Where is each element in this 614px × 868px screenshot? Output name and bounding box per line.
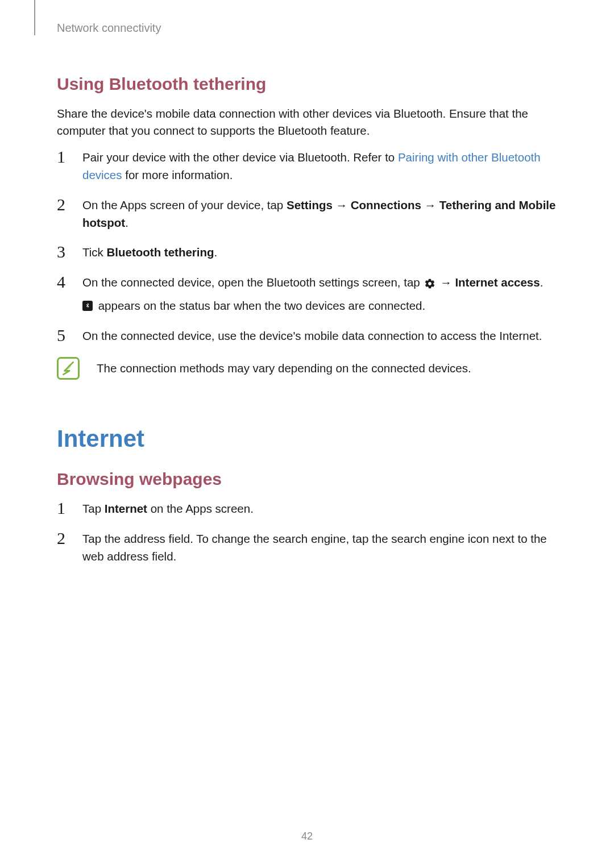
- step-1: 1 Pair your device with the other device…: [57, 149, 557, 184]
- step-number: 2: [57, 529, 82, 547]
- heading-internet: Internet: [57, 425, 557, 452]
- step-text: Tap the address field. To change the sea…: [82, 530, 557, 566]
- step-number: 4: [57, 272, 82, 291]
- intro-paragraph: Share the device's mobile data connectio…: [57, 105, 557, 139]
- step-number: 1: [57, 499, 82, 517]
- step-text: On the Apps screen of your device, tap S…: [82, 197, 557, 232]
- note-box: The connection methods may vary dependin…: [57, 357, 557, 380]
- step-text: On the connected device, open the Blueto…: [82, 274, 557, 315]
- step-2: 2 Tap the address field. To change the s…: [57, 530, 557, 566]
- step-number: 5: [57, 326, 82, 344]
- note-text: The connection methods may vary dependin…: [97, 362, 471, 375]
- step-number: 1: [57, 147, 82, 166]
- heading-bluetooth-tethering: Using Bluetooth tethering: [57, 74, 557, 94]
- gear-icon: [424, 278, 435, 289]
- step-text: Tap Internet on the Apps screen.: [82, 500, 557, 518]
- bluetooth-steps: 1 Pair your device with the other device…: [57, 149, 557, 344]
- step-text: Pair your device with the other device v…: [82, 149, 557, 184]
- step-1: 1 Tap Internet on the Apps screen.: [57, 500, 557, 518]
- step-5: 5 On the connected device, use the devic…: [57, 327, 557, 345]
- step-3: 3 Tick Bluetooth tethering.: [57, 244, 557, 261]
- page-number: 42: [0, 830, 614, 842]
- step-number: 2: [57, 195, 82, 214]
- browsing-steps: 1 Tap Internet on the Apps screen. 2 Tap…: [57, 500, 557, 565]
- breadcrumb: Network connectivity: [57, 22, 557, 35]
- bluetooth-status-icon: [82, 301, 93, 311]
- step-sub-text: appears on the status bar when the two d…: [82, 297, 557, 315]
- step-4: 4 On the connected device, open the Blue…: [57, 274, 557, 315]
- page-container: Network connectivity Using Bluetooth tet…: [0, 0, 614, 868]
- step-text: Tick Bluetooth tethering.: [82, 244, 557, 261]
- step-text: On the connected device, use the device'…: [82, 327, 557, 345]
- step-2: 2 On the Apps screen of your device, tap…: [57, 197, 557, 232]
- step-number: 3: [57, 242, 82, 261]
- header-vertical-rule: [34, 0, 35, 35]
- note-icon: [57, 357, 80, 380]
- heading-browsing-webpages: Browsing webpages: [57, 470, 557, 489]
